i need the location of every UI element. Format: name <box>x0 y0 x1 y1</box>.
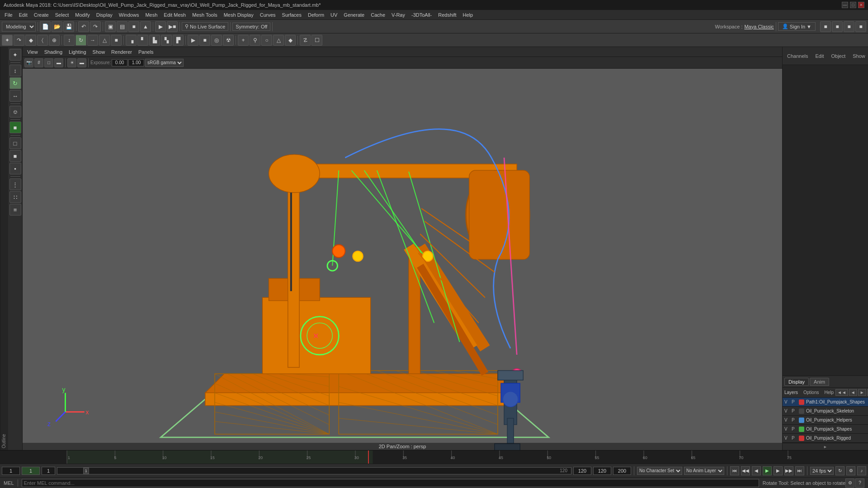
deform-btn[interactable]: ◆ <box>285 35 296 46</box>
frame-current-input[interactable] <box>22 467 40 475</box>
fps-select[interactable]: 24 fps <box>810 467 834 475</box>
menu-redshift[interactable]: Redshift <box>435 11 459 19</box>
loop-btn[interactable]: ↻ <box>835 466 844 475</box>
magnet-btn[interactable]: ⚲ <box>250 35 260 46</box>
signin-button[interactable]: 👤 Sign In ▼ <box>778 22 816 31</box>
menu-windows[interactable]: Windows <box>116 11 142 19</box>
audio-btn[interactable]: ♪ <box>857 466 866 475</box>
layer-row-2[interactable]: V P Oil_Pumpjack_Helpers <box>783 416 868 425</box>
menu-generate[interactable]: Generate <box>341 11 367 19</box>
next-frame-btn[interactable]: ▶ <box>774 466 783 475</box>
menu-create[interactable]: Create <box>31 11 52 19</box>
rotate-tool-btn[interactable]: ↻ <box>75 35 86 46</box>
menu-deform[interactable]: Deform <box>305 11 327 19</box>
layer-v-0[interactable]: V <box>784 399 790 404</box>
lasso-btn[interactable]: ⎊ <box>9 106 21 117</box>
paint-btn[interactable]: ◎ <box>211 35 222 46</box>
rotate-mode-btn[interactable]: ↻ <box>9 77 21 89</box>
mel-input[interactable] <box>22 479 759 487</box>
universal-manip-btn[interactable]: △ <box>99 35 110 46</box>
rivet-btn[interactable]: ○ <box>261 35 272 46</box>
no-character-set-select[interactable]: No Character Set <box>637 467 682 475</box>
select-mode-btn[interactable]: ✦ <box>9 49 21 61</box>
layout-btn-2[interactable]: ■ <box>832 21 843 32</box>
camera-btn[interactable]: 📷 <box>24 58 33 67</box>
object-tab[interactable]: Object <box>828 52 848 60</box>
render-cam-btn[interactable]: ☐ <box>311 35 322 46</box>
timeline-ruler[interactable]: 1 5 10 15 20 25 30 35 40 45 50 55 60 <box>0 450 868 464</box>
minimize-button[interactable]: — <box>842 2 848 8</box>
wireframe-btn[interactable]: □ <box>44 58 53 67</box>
no-live-surface-btn[interactable]: ⚲ No Live Surface <box>182 22 228 31</box>
menu-3dtoall[interactable]: -3DToAll- <box>409 11 434 19</box>
select-tool-btn[interactable]: ✦ <box>2 35 13 46</box>
select-all-btn[interactable]: 〈 <box>37 35 48 46</box>
renderer-menu[interactable]: Renderer <box>108 48 135 56</box>
layers-scroll-prev[interactable]: ◄ <box>849 389 857 396</box>
layer-row-4[interactable]: V P Oil_Pumpjack_Rigged <box>783 434 868 443</box>
grid-btn[interactable]: # <box>34 58 43 67</box>
crease-btn[interactable]: ≡ <box>9 204 21 216</box>
view-menu[interactable]: View <box>24 48 41 56</box>
layers-tab[interactable]: Layers <box>784 390 798 395</box>
scale-tool-btn[interactable]: → <box>87 35 98 46</box>
symmetry-btn[interactable]: Symmetry: Off <box>232 23 270 31</box>
frame-total-input[interactable] <box>593 467 611 475</box>
viewport-3d[interactable]: × <box>23 69 782 450</box>
smooth-shade-btn[interactable]: ▬ <box>54 58 63 67</box>
collapse-panel-btn[interactable]: ► <box>783 443 868 450</box>
layer-v-4[interactable]: V <box>784 436 790 441</box>
layer-p-1[interactable]: P <box>792 408 797 413</box>
new-file-btn[interactable]: 📄 <box>40 21 51 32</box>
edit-tab[interactable]: Edit <box>812 52 826 60</box>
menu-select[interactable]: Select <box>52 11 72 19</box>
move-tool-btn[interactable]: ↕ <box>64 35 75 46</box>
snap-grid-btn[interactable]: ■ <box>128 21 139 32</box>
no-anim-layer-select[interactable]: No Anim Layer <box>684 467 724 475</box>
wire-btn[interactable]: △ <box>273 35 284 46</box>
scale-mode-btn[interactable]: ↔ <box>9 90 21 102</box>
menu-curves[interactable]: Curves <box>257 11 278 19</box>
menu-help[interactable]: Help <box>460 11 476 19</box>
layer-row-0[interactable]: V P Path1:Oil_Pumpjack_Shapes <box>783 398 868 407</box>
menu-edit[interactable]: Edit <box>16 11 30 19</box>
snap-to-point-btn[interactable]: ▙ <box>149 35 160 46</box>
go-to-start-btn[interactable]: ⏮ <box>730 466 739 475</box>
options-tab[interactable]: Options <box>803 390 819 395</box>
snap-to-grid-btn[interactable]: ▗ <box>126 35 137 46</box>
soft-mod-btn[interactable]: ■ <box>111 35 122 46</box>
menu-vray[interactable]: V-Ray <box>389 11 408 19</box>
layer-p-4[interactable]: P <box>792 436 797 441</box>
menu-cache[interactable]: Cache <box>368 11 388 19</box>
menu-modify[interactable]: Modify <box>72 11 92 19</box>
render-settings-btn[interactable]: ☡ <box>300 35 311 46</box>
status-settings-btn[interactable]: ⚙ <box>845 479 854 488</box>
layers-scroll-left[interactable]: ◄◄ <box>835 389 848 396</box>
snap-to-view-btn[interactable]: ▚ <box>161 35 172 46</box>
snap-to-surface-btn[interactable]: ▛ <box>173 35 184 46</box>
layout-btn-1[interactable]: ■ <box>820 21 831 32</box>
move-mode-btn[interactable]: ↕ <box>9 65 21 76</box>
texture-btn[interactable]: ☢ <box>223 35 234 46</box>
menu-edit-mesh[interactable]: Edit Mesh <box>161 11 189 19</box>
lights-btn[interactable]: ☀ <box>67 58 76 67</box>
mode-dropdown[interactable]: Modeling <box>2 22 36 32</box>
render-btn[interactable]: ▶ <box>155 21 166 32</box>
play-btn[interactable]: ▶ <box>763 466 772 475</box>
snap-curve-btn[interactable]: ▲ <box>140 21 151 32</box>
exposure-input[interactable] <box>112 59 127 66</box>
layer-p-2[interactable]: P <box>792 418 797 422</box>
lasso-select-btn[interactable]: ↷ <box>14 35 24 46</box>
paint-weights-btn[interactable]: ■ <box>9 122 21 133</box>
prev-frame-btn[interactable]: ◀ <box>752 466 761 475</box>
quick-layout-1[interactable]: □ <box>9 137 21 149</box>
layer-p-3[interactable]: P <box>792 427 797 432</box>
step-back-btn[interactable]: ◀◀ <box>741 466 750 475</box>
shadow-btn[interactable]: ▬ <box>77 58 86 67</box>
menu-mesh-display[interactable]: Mesh Display <box>221 11 256 19</box>
playback-settings-btn[interactable]: ⚙ <box>846 466 855 475</box>
maximize-button[interactable]: □ <box>850 2 856 8</box>
resolution-btn[interactable]: ⋮ <box>9 178 21 190</box>
go-to-end-btn[interactable]: ⏭ <box>795 466 804 475</box>
layer-v-2[interactable]: V <box>784 418 790 422</box>
